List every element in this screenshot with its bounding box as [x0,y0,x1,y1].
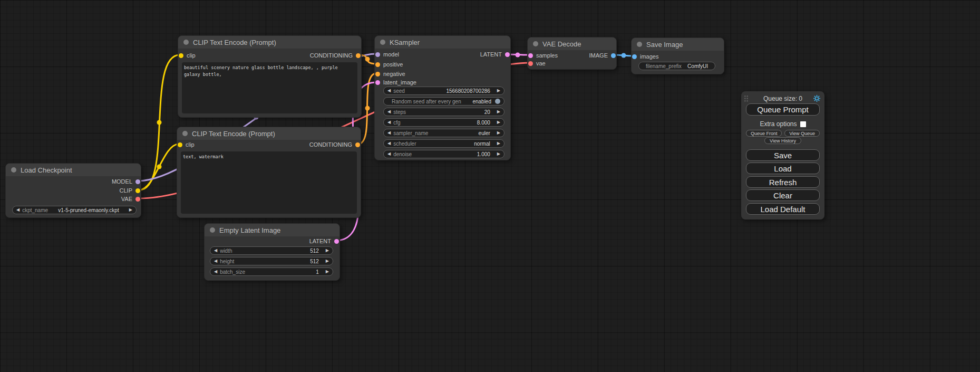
decrement-arrow-icon[interactable]: ◀ [387,120,391,125]
node-title-bar[interactable]: Empty Latent Image [205,224,339,236]
conditioning-output-dot[interactable] [356,53,361,58]
collapse-dot-icon[interactable] [210,227,215,233]
prompt-textarea[interactable]: beautiful scenery nature glass bottle la… [182,62,357,113]
increment-arrow-icon[interactable]: ▶ [497,141,500,146]
input-slot-positive[interactable]: positive [375,60,510,69]
output-slot-latent[interactable]: LATENT [205,237,339,245]
prompt-textarea[interactable]: text, watermark [181,151,357,214]
collapse-dot-icon[interactable] [183,40,189,45]
images-input-dot[interactable] [632,54,637,59]
queue-front-button[interactable]: Queue Front [746,130,782,137]
increment-arrow-icon[interactable]: ▶ [326,249,329,253]
decrement-arrow-icon[interactable]: ◀ [387,89,391,93]
output-slot-vae[interactable]: VAE [6,195,141,203]
node-title-bar[interactable]: KSampler [375,36,510,49]
refresh-button[interactable]: Refresh [746,176,820,188]
clear-button[interactable]: Clear [746,189,820,201]
gear-icon[interactable] [813,94,821,102]
filename-prefix-widget[interactable]: filename_prefix ComfyUI [638,62,715,70]
decrement-arrow-icon[interactable]: ◀ [387,131,391,135]
decrement-arrow-icon[interactable]: ◀ [214,249,217,253]
collapse-dot-icon[interactable] [11,167,16,173]
toggle-on-icon[interactable] [495,99,500,104]
output-slot-conditioning[interactable]: CONDITIONING [178,51,361,60]
widget-value: ComfyUI [684,63,711,69]
increment-arrow-icon[interactable]: ▶ [326,270,329,274]
node-title-bar[interactable]: Load Checkpoint [6,164,141,176]
positive-input-dot[interactable] [375,62,380,67]
vae-output-dot[interactable] [135,197,140,202]
node-save-image[interactable]: Save Image images filename_prefix ComfyU… [631,37,724,74]
clip-output-dot[interactable] [135,188,140,193]
cfg-widget[interactable]: ◀ cfg 8.000 ▶ [383,118,504,127]
latent-output-dot[interactable] [334,239,339,244]
node-title-bar[interactable]: Save Image [632,38,724,51]
sampler-name-widget[interactable]: ◀ sampler_name euler ▶ [383,129,504,137]
extra-options-checkbox[interactable] [800,121,806,127]
node-vae-decode[interactable]: VAE Decode samples IMAGE vae [527,37,617,70]
node-title-bar[interactable]: VAE Decode [528,37,616,50]
widget-value: 512 [235,248,323,254]
increment-arrow-icon[interactable]: ▶ [129,208,132,212]
width-widget[interactable]: ◀ width 512 ▶ [210,246,333,255]
ckpt-name-widget[interactable]: ◀ ckpt_name v1-5-pruned-emaonly.ckpt ▶ [12,206,137,214]
queue-prompt-button[interactable]: Queue Prompt [746,103,820,116]
decrement-arrow-icon[interactable]: ◀ [387,141,391,146]
save-button[interactable]: Save [746,149,820,161]
view-queue-button[interactable]: View Queue [784,130,820,137]
decrement-arrow-icon[interactable]: ◀ [214,270,217,274]
conditioning-output-dot[interactable] [355,142,360,147]
output-slot-model[interactable]: MODEL [6,177,141,186]
collapse-dot-icon[interactable] [533,41,538,46]
latent-image-input-dot[interactable] [375,80,380,85]
output-slot-latent[interactable]: LATENT [375,50,510,59]
output-slot-clip[interactable]: CLIP [6,186,141,195]
node-load-checkpoint[interactable]: Load Checkpoint MODEL CLIP VAE ◀ ckpt_na… [5,163,141,218]
negative-input-dot[interactable] [375,72,380,77]
input-slot-images[interactable]: images [632,52,724,61]
load-button[interactable]: Load [746,163,820,174]
node-clip-text-encode-positive[interactable]: CLIP Text Encode (Prompt) clip CONDITION… [178,35,362,118]
node-title: Save Image [646,41,683,49]
increment-arrow-icon[interactable]: ▶ [497,152,500,156]
input-slot-latent-image[interactable]: latent_image [375,78,510,87]
collapse-dot-icon[interactable] [380,40,385,45]
load-default-button[interactable]: Load Default [746,203,820,215]
widget-value: 1 [248,269,323,275]
scheduler-widget[interactable]: ◀ scheduler normal ▶ [383,139,504,148]
input-slot-negative[interactable]: negative [375,70,510,78]
decrement-arrow-icon[interactable]: ◀ [387,152,391,156]
link-clip-to-positive-clip [139,55,180,190]
latent-output-dot[interactable] [505,52,510,57]
node-ksampler[interactable]: KSampler model LATENT positive negative … [374,35,511,160]
denoise-widget[interactable]: ◀ denoise 1.000 ▶ [383,150,504,158]
decrement-arrow-icon[interactable]: ◀ [387,110,391,114]
model-output-dot[interactable] [135,179,140,184]
slot-label: CLIP [120,187,132,194]
batch-size-widget[interactable]: ◀ batch_size 1 ▶ [210,268,333,276]
increment-arrow-icon[interactable]: ▶ [497,131,500,135]
vae-input-dot[interactable] [528,61,533,66]
output-slot-image[interactable]: IMAGE [528,51,616,60]
seed-widget[interactable]: ◀ seed 156680208700286 ▶ [383,87,504,95]
output-slot-conditioning[interactable]: CONDITIONING [177,140,361,149]
input-slot-vae[interactable]: vae [528,59,616,68]
increment-arrow-icon[interactable]: ▶ [497,89,500,93]
image-output-dot[interactable] [611,53,616,58]
node-clip-text-encode-negative[interactable]: CLIP Text Encode (Prompt) clip CONDITION… [177,127,361,218]
random-seed-toggle-widget[interactable]: Random seed after every gen enabled [383,97,504,106]
increment-arrow-icon[interactable]: ▶ [497,120,500,125]
decrement-arrow-icon[interactable]: ◀ [214,259,217,263]
increment-arrow-icon[interactable]: ▶ [497,110,500,114]
view-history-button[interactable]: View History [764,137,801,144]
collapse-dot-icon[interactable] [182,131,188,136]
node-title-bar[interactable]: CLIP Text Encode (Prompt) [178,36,361,49]
height-widget[interactable]: ◀ height 512 ▶ [210,257,333,265]
steps-widget[interactable]: ◀ steps 20 ▶ [383,108,504,116]
collapse-dot-icon[interactable] [637,42,642,47]
node-title-bar[interactable]: CLIP Text Encode (Prompt) [177,127,361,140]
increment-arrow-icon[interactable]: ▶ [326,259,329,263]
node-empty-latent-image[interactable]: Empty Latent Image LATENT ◀ width 512 ▶ … [204,223,340,281]
decrement-arrow-icon[interactable]: ◀ [16,208,20,212]
widget-label: scheduler [393,141,416,147]
